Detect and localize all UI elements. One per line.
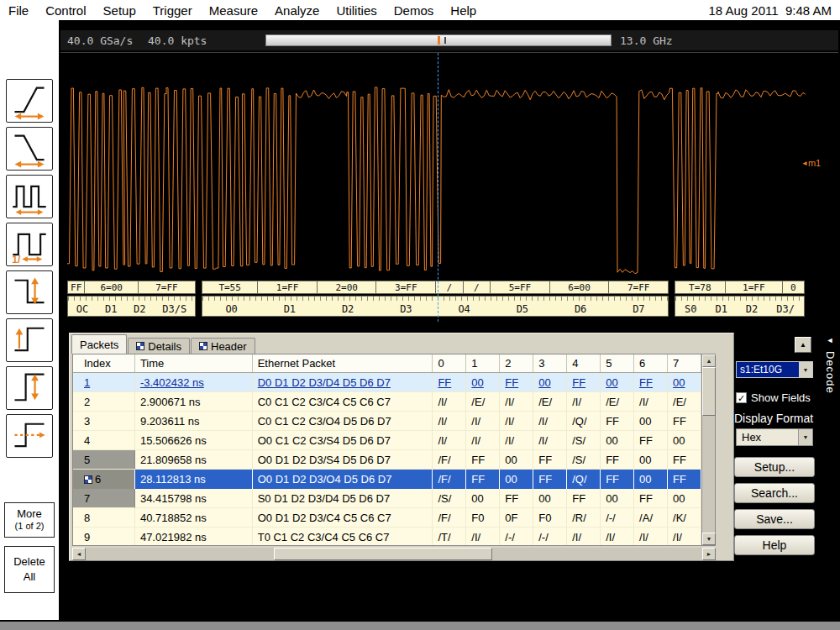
bottom-bar	[0, 622, 840, 630]
scope-main-area: 40.0 GSa/s 40.0 kpts 13.0 GHz ◄m1 FF6=00…	[59, 20, 840, 620]
sample-rate: 40.0 GSa/s	[67, 34, 133, 47]
tool-rise-edge-arrow-trigger[interactable]	[6, 318, 53, 362]
scroll-right-icon[interactable]: ►	[702, 548, 716, 560]
table-row[interactable]: 734.415798 nsS0 D1 D2 D3/D4 D5 D6 D7/S/0…	[73, 489, 701, 508]
scroll-up-icon[interactable]: ▲	[702, 354, 716, 367]
marker-m1[interactable]: ◄m1	[801, 158, 821, 168]
menu-item-control[interactable]: Control	[37, 3, 94, 18]
chevron-down-icon[interactable]: ▼	[798, 429, 812, 445]
svg-text:1/: 1/	[12, 254, 21, 264]
column-header-ethernet-packet: Ethernet Packet	[253, 354, 433, 372]
decode-fields-group: T=781=FF0	[675, 281, 805, 294]
tool-pulse-width-trigger[interactable]	[6, 175, 53, 218]
cell-byte-2: FF	[500, 489, 533, 508]
byte-name: S0	[685, 303, 696, 315]
vertical-scroll-thumb[interactable]	[702, 367, 716, 416]
more-page-indicator: (1 of 2)	[5, 521, 54, 533]
cell-packet: S0 D1 D2 D3/D4 D5 D6 D7	[253, 489, 433, 508]
delete-all-button[interactable]: Delete All	[4, 546, 55, 593]
table-body: 1-3.402432 nsD0 D1 D2 D3/D4 D5 D6 D7FF00…	[73, 373, 701, 545]
menu-item-help[interactable]: Help	[442, 3, 485, 18]
cell-byte-1: FF	[466, 450, 500, 470]
menu-item-analyze[interactable]: Analyze	[266, 3, 328, 18]
decode-tab-label: Decode	[824, 351, 837, 394]
cell-byte-2: FF	[500, 373, 533, 392]
pulse-1-trigger-icon: 1/	[8, 225, 50, 264]
trigger-tool-buttons: 1/	[0, 79, 59, 458]
more-tools-button[interactable]: More (1 of 2)	[4, 502, 55, 538]
cell-byte-0: FF	[433, 373, 466, 392]
decode-source-select[interactable]: s1:Et10G ▼	[736, 361, 813, 378]
cell-byte-5: /E/	[601, 392, 634, 412]
table-row[interactable]: 521.809658 nsO0 D1 D2 D3/S4 D5 D6 D7/F/F…	[73, 450, 701, 470]
panel-collapse-button[interactable]: ▲	[795, 337, 811, 353]
scroll-down-icon[interactable]: ▼	[702, 533, 716, 545]
cell-packet: T0 C1 C2 C3/C4 C5 C6 C7	[253, 528, 433, 545]
column-header-time: Time	[135, 354, 253, 372]
tool-edge-fall-trigger[interactable]	[6, 127, 53, 171]
table-row[interactable]: 947.021982 nsT0 C1 C2 C3/C4 C5 C6 C7/T//…	[73, 528, 701, 545]
tool-fall-edge-arrow-trigger[interactable]	[6, 270, 53, 314]
button-search[interactable]: Search...	[734, 483, 815, 503]
decode-side-tab[interactable]: ◄ Decode	[822, 336, 838, 538]
cell-byte-7: 00	[668, 373, 701, 392]
table-row[interactable]: 22.900671 nsC0 C1 C2 C3/C4 C5 C6 C7/I//E…	[73, 392, 701, 412]
tab-label: Header	[211, 340, 247, 353]
decode-field-cell: 3=FF	[376, 281, 436, 294]
cell-time: 40.718852 ns	[135, 508, 253, 528]
cell-byte-3: F0	[533, 508, 567, 528]
tool-rise-edge-span-trigger[interactable]	[6, 366, 53, 410]
button-save[interactable]: Save...	[734, 509, 815, 529]
tool-pulse-1-trigger[interactable]: 1/	[6, 223, 53, 266]
menu-item-demos[interactable]: Demos	[386, 3, 443, 18]
menu-item-utilities[interactable]: Utilities	[328, 3, 385, 18]
menu-item-trigger[interactable]: Trigger	[144, 3, 201, 18]
vertical-scrollbar[interactable]: ▲ ▼	[701, 354, 715, 545]
cell-packet: C0 C1 C2 C3/O4 D5 D6 D7	[253, 412, 433, 431]
index-value: 8	[84, 512, 90, 524]
column-header-7: 7	[668, 354, 701, 372]
table-row[interactable]: 840.718852 nsO0 D1 D2 D3/C4 C5 C6 C7/F/F…	[73, 508, 701, 528]
timebase-position-bar[interactable]	[265, 34, 612, 46]
trigger-tool-sidebar: 1/ More (1 of 2) Delete All	[0, 20, 59, 620]
menu-item-measure[interactable]: Measure	[201, 3, 266, 18]
marker-label: m1	[808, 158, 821, 168]
cell-time: 9.203611 ns	[135, 412, 253, 431]
decode-field-cell: 6=00	[550, 281, 610, 294]
display-format-select[interactable]: Hex ▼	[736, 428, 813, 446]
cell-index: 6	[73, 470, 135, 489]
table-row[interactable]: 1-3.402432 nsD0 D1 D2 D3/D4 D5 D6 D7FF00…	[73, 373, 701, 392]
pulse-width-trigger-icon	[8, 177, 50, 216]
cell-packet: O0 D1 D2 D3/C4 C5 C6 C7	[253, 508, 433, 528]
horizontal-scroll-thumb[interactable]	[274, 548, 492, 560]
cell-index: 5	[73, 450, 135, 470]
cell-byte-5: FF	[601, 450, 634, 470]
horizontal-scrollbar[interactable]: ◄ ►	[72, 548, 716, 560]
tab-details[interactable]: Details	[128, 338, 190, 354]
scroll-left-icon[interactable]: ◄	[72, 548, 86, 560]
chevron-down-icon[interactable]: ▼	[799, 362, 812, 377]
cell-byte-1: /I/	[466, 412, 500, 431]
button-setup[interactable]: Setup...	[734, 457, 815, 477]
button-help[interactable]: Help	[734, 535, 815, 555]
menu-items: FileControlSetupTriggerMeasureAnalyzeUti…	[0, 3, 485, 18]
table-row[interactable]: 415.506626 nsO0 C1 C2 C3/S4 D5 D6 D7/I//…	[73, 431, 701, 450]
menu-item-setup[interactable]: Setup	[95, 3, 144, 18]
tool-edge-rise-trigger[interactable]	[6, 79, 53, 123]
time-cursor[interactable]	[438, 53, 438, 322]
rise-dashed-trigger-icon	[8, 417, 50, 455]
cell-time: 15.506626 ns	[135, 431, 253, 450]
cell-byte-0: /F/	[433, 508, 466, 528]
menu-item-file[interactable]: File	[0, 3, 37, 18]
delete-all-label-1: Delete	[13, 555, 45, 568]
show-fields-checkbox[interactable]: ✓	[736, 392, 747, 403]
column-header-index: Index	[73, 354, 135, 372]
show-fields-option[interactable]: ✓ Show Fields	[736, 391, 811, 404]
tab-packets[interactable]: Packets	[71, 334, 127, 354]
table-row[interactable]: 628.112813 nsO0 D1 D2 D3/O4 D5 D6 D7/F/F…	[73, 470, 701, 489]
byte-name: D2	[342, 303, 354, 315]
table-row[interactable]: 39.203611 nsC0 C1 C2 C3/O4 D5 D6 D7/I//I…	[73, 412, 701, 431]
tab-header[interactable]: Header	[191, 338, 255, 354]
tool-rise-dashed-trigger[interactable]	[6, 414, 53, 458]
decode-field-cell: T=78	[675, 281, 726, 294]
